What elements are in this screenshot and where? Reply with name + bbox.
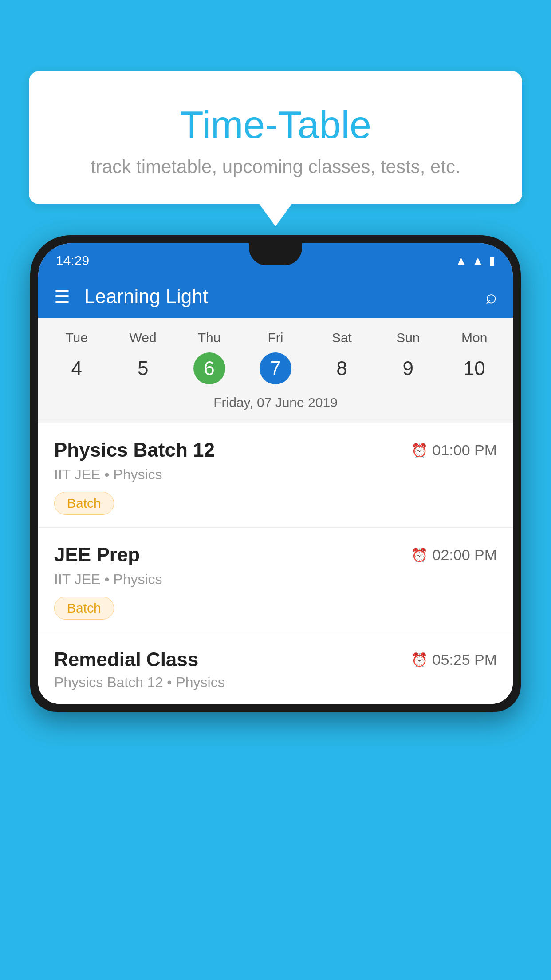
schedule-item-2-time: ⏰ 02:00 PM xyxy=(411,546,497,564)
schedule-item-1-tag: Batch xyxy=(54,492,114,515)
phone-inner: 14:29 ▲ ▲ ▮ ☰ Learning Light ⌕ Tue Wed T… xyxy=(38,243,513,704)
schedule-item-2-tag: Batch xyxy=(54,597,114,620)
phone-outer: 14:29 ▲ ▲ ▮ ☰ Learning Light ⌕ Tue Wed T… xyxy=(30,235,521,712)
day-numbers: 4 5 6 7 8 9 10 xyxy=(38,349,513,388)
schedule-item-3[interactable]: Remedial Class ⏰ 05:25 PM Physics Batch … xyxy=(38,632,513,704)
schedule-item-1[interactable]: Physics Batch 12 ⏰ 01:00 PM IIT JEE • Ph… xyxy=(38,423,513,528)
schedule-item-3-subtitle: Physics Batch 12 • Physics xyxy=(54,674,497,691)
schedule-item-2[interactable]: JEE Prep ⏰ 02:00 PM IIT JEE • Physics Ba… xyxy=(38,528,513,632)
menu-icon[interactable]: ☰ xyxy=(54,288,70,305)
wifi-icon: ▲ xyxy=(456,254,467,268)
status-icons: ▲ ▲ ▮ xyxy=(456,254,495,268)
phone-notch xyxy=(249,243,302,265)
calendar-strip: Tue Wed Thu Fri Sat Sun Mon 4 5 6 7 8 9 … xyxy=(38,318,513,423)
clock-icon-2: ⏰ xyxy=(411,547,428,563)
battery-icon: ▮ xyxy=(489,254,495,268)
day-header-mon: Mon xyxy=(441,327,508,349)
clock-icon-3: ⏰ xyxy=(411,652,428,668)
day-7-selected[interactable]: 7 xyxy=(242,349,308,388)
selected-date: Friday, 07 June 2019 xyxy=(38,388,513,419)
day-header-sat: Sat xyxy=(309,327,375,349)
signal-icon: ▲ xyxy=(472,254,484,268)
day-header-tue: Tue xyxy=(43,327,110,349)
tooltip-card: Time-Table track timetable, upcoming cla… xyxy=(29,71,522,204)
schedule-item-2-header: JEE Prep ⏰ 02:00 PM xyxy=(54,544,497,566)
clock-icon-1: ⏰ xyxy=(411,443,428,458)
schedule-item-2-subtitle: IIT JEE • Physics xyxy=(54,571,497,588)
day-header-thu: Thu xyxy=(176,327,242,349)
schedule-item-1-title: Physics Batch 12 xyxy=(54,439,215,461)
day-header-sun: Sun xyxy=(375,327,441,349)
schedule-item-2-title: JEE Prep xyxy=(54,544,140,566)
day-10[interactable]: 10 xyxy=(441,349,508,388)
search-icon[interactable]: ⌕ xyxy=(485,285,497,308)
tooltip-subtitle: track timetable, upcoming classes, tests… xyxy=(55,156,496,178)
day-9[interactable]: 9 xyxy=(375,349,441,388)
day-5[interactable]: 5 xyxy=(110,349,176,388)
day-header-fri: Fri xyxy=(242,327,308,349)
schedule-item-3-time: ⏰ 05:25 PM xyxy=(411,651,497,668)
schedule-item-1-time: ⏰ 01:00 PM xyxy=(411,442,497,459)
phone-mockup: 14:29 ▲ ▲ ▮ ☰ Learning Light ⌕ Tue Wed T… xyxy=(30,235,521,980)
status-time: 14:29 xyxy=(56,253,89,268)
day-4[interactable]: 4 xyxy=(43,349,110,388)
day-6-today[interactable]: 6 xyxy=(176,349,242,388)
schedule-item-3-header: Remedial Class ⏰ 05:25 PM xyxy=(54,648,497,671)
schedule-item-1-subtitle: IIT JEE • Physics xyxy=(54,466,497,483)
day-headers: Tue Wed Thu Fri Sat Sun Mon xyxy=(38,327,513,349)
day-8[interactable]: 8 xyxy=(309,349,375,388)
tooltip-title: Time-Table xyxy=(55,102,496,147)
app-bar: ☰ Learning Light ⌕ xyxy=(38,275,513,318)
app-title: Learning Light xyxy=(84,285,485,308)
schedule-list: Physics Batch 12 ⏰ 01:00 PM IIT JEE • Ph… xyxy=(38,423,513,704)
schedule-item-3-title: Remedial Class xyxy=(54,648,198,671)
schedule-item-1-header: Physics Batch 12 ⏰ 01:00 PM xyxy=(54,439,497,461)
day-header-wed: Wed xyxy=(110,327,176,349)
